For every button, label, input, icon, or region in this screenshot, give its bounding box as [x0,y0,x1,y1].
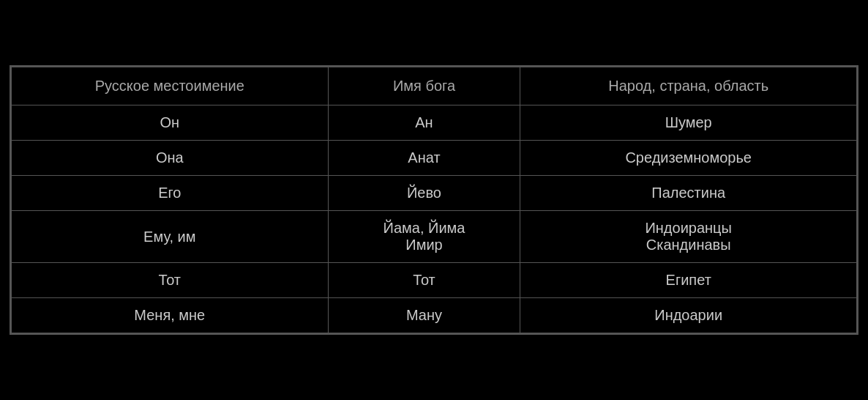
cell-pronoun: Меня, мне [12,298,329,333]
header-row: Русское местоимение Имя бога Народ, стра… [12,67,857,105]
cell-people: ИндоиранцыСкандинавы [520,211,857,263]
cell-god: Ману [328,298,520,333]
header-pronoun: Русское местоимение [12,67,329,105]
cell-god: Анат [328,141,520,176]
cell-god: Йево [328,176,520,211]
cell-people: Индоарии [520,298,857,333]
table-row: Меня, мнеМануИндоарии [12,298,857,333]
cell-people: Египет [520,263,857,298]
cell-god: Йама, ЙимаИмир [328,211,520,263]
main-table-container: Русское местоимение Имя бога Народ, стра… [10,65,858,335]
table-row: ТотТотЕгипет [12,263,857,298]
data-table: Русское местоимение Имя бога Народ, стра… [11,67,857,333]
cell-god: Тот [328,263,520,298]
cell-pronoun: Его [12,176,329,211]
table-row: ОнаАнатСредиземноморье [12,141,857,176]
cell-pronoun: Тот [12,263,329,298]
cell-pronoun: Ему, им [12,211,329,263]
cell-people: Палестина [520,176,857,211]
table-row: ЕгоЙевоПалестина [12,176,857,211]
cell-pronoun: Он [12,105,329,141]
header-god: Имя бога [328,67,520,105]
table-row: ОнАнШумер [12,105,857,141]
cell-people: Шумер [520,105,857,141]
table-row: Ему, имЙама, ЙимаИмирИндоиранцыСкандинав… [12,211,857,263]
cell-pronoun: Она [12,141,329,176]
cell-people: Средиземноморье [520,141,857,176]
header-people: Народ, страна, область [520,67,857,105]
cell-god: Ан [328,105,520,141]
